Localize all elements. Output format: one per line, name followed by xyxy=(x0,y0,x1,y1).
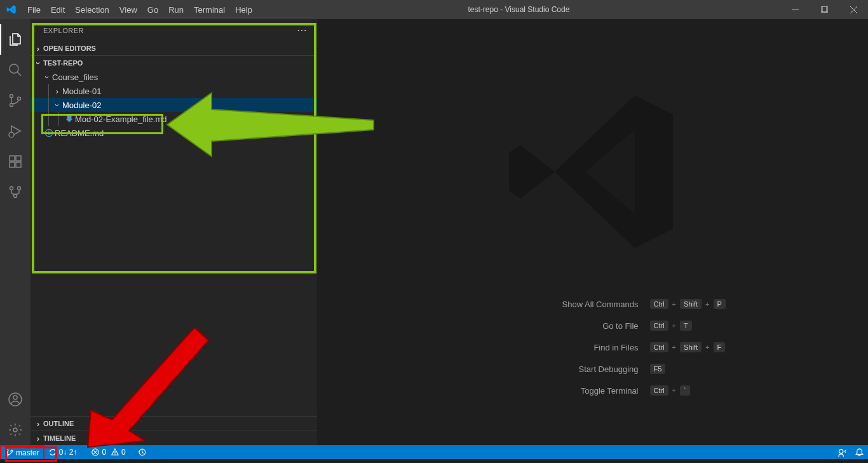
chevron-down-icon: › xyxy=(34,58,43,68)
keybinding: Ctrl+T xyxy=(650,321,777,331)
svg-point-23 xyxy=(11,450,13,452)
svg-point-4 xyxy=(10,95,13,98)
welcome-action-show-commands: Show All Commands Ctrl+Shift+P xyxy=(409,299,777,309)
repo-section[interactable]: › TEST-REPO xyxy=(31,56,317,70)
tree-label: Course_files xyxy=(52,73,98,82)
explorer-more-icon[interactable]: ⋯ xyxy=(297,25,308,36)
branch-name: master xyxy=(16,448,39,457)
activity-bar xyxy=(0,19,31,445)
sync-counts: 0↓ 2↑ xyxy=(59,448,78,457)
window-controls xyxy=(780,0,868,19)
tree-folder-module-01[interactable]: › Module-01 xyxy=(31,84,317,98)
history-status[interactable] xyxy=(133,445,150,459)
maximize-button[interactable] xyxy=(810,0,839,19)
repo-label: TEST-REPO xyxy=(43,59,83,67)
chevron-right-icon: › xyxy=(52,86,62,96)
git-graph-icon[interactable] xyxy=(0,177,31,207)
welcome-action-go-to-file: Go to File Ctrl+T xyxy=(409,321,777,331)
menu-edit[interactable]: Edit xyxy=(46,0,70,19)
markdown-file-icon xyxy=(64,114,75,123)
close-button[interactable] xyxy=(839,0,868,19)
explorer-icon[interactable] xyxy=(0,24,31,55)
run-debug-icon[interactable] xyxy=(0,116,31,146)
svg-point-3 xyxy=(10,64,18,73)
open-editors-label: OPEN EDITORS xyxy=(43,45,96,52)
action-label: Toggle Terminal xyxy=(409,386,650,396)
svg-point-12 xyxy=(10,187,13,190)
window-title: test-repo - Visual Studio Code xyxy=(468,5,570,14)
keybinding: Ctrl+` xyxy=(650,385,777,396)
outline-section[interactable]: › OUTLINE xyxy=(31,417,317,431)
settings-gear-icon[interactable] xyxy=(0,415,31,445)
editor-area: Show All Commands Ctrl+Shift+P Go to Fil… xyxy=(317,19,868,445)
svg-point-13 xyxy=(18,187,21,190)
sync-status[interactable]: 0↓ 2↑ xyxy=(44,445,81,459)
menu-file[interactable]: File xyxy=(22,0,46,19)
explorer-title: EXPLORER xyxy=(43,27,84,34)
title-bar: File Edit Selection View Go Run Terminal… xyxy=(0,0,868,19)
welcome-action-find-in-files: Find in Files Ctrl+Shift+F xyxy=(409,342,777,352)
action-label: Start Debugging xyxy=(409,364,650,374)
svg-point-22 xyxy=(6,454,8,456)
welcome-action-toggle-terminal: Toggle Terminal Ctrl+` xyxy=(409,385,777,396)
svg-point-28 xyxy=(839,449,843,453)
explorer-header: EXPLORER ⋯ xyxy=(31,19,317,41)
tree-file-example[interactable]: Mod-02-Example_file.md xyxy=(31,112,317,126)
feedback-icon[interactable] xyxy=(834,445,851,459)
svg-rect-19 xyxy=(48,132,49,135)
menu-terminal[interactable]: Terminal xyxy=(189,0,230,19)
svg-point-5 xyxy=(10,104,13,107)
svg-rect-25 xyxy=(114,451,115,453)
welcome-actions: Show All Commands Ctrl+Shift+P Go to Fil… xyxy=(317,299,868,396)
menu-help[interactable]: Help xyxy=(230,0,257,19)
welcome-action-start-debugging: Start Debugging F5 xyxy=(409,364,777,374)
tree-folder-module-02[interactable]: › Module-02 xyxy=(31,98,317,112)
svg-rect-10 xyxy=(16,162,21,167)
minimize-button[interactable] xyxy=(780,0,810,19)
tree-file-readme[interactable]: README.md xyxy=(31,126,317,140)
svg-rect-20 xyxy=(48,131,49,132)
timeline-label: TIMELINE xyxy=(43,434,76,442)
action-label: Find in Files xyxy=(409,343,650,352)
timeline-section[interactable]: › TIMELINE xyxy=(31,431,317,445)
keybinding: F5 xyxy=(650,364,777,374)
tree-label: Mod-02-Example_file.md xyxy=(75,114,167,124)
status-bar: master 0↓ 2↑ 0 0 xyxy=(0,445,868,459)
chevron-down-icon: › xyxy=(53,100,62,110)
git-branch-indicator[interactable]: master xyxy=(0,445,44,459)
vscode-watermark-icon xyxy=(498,76,688,267)
tree-label: README.md xyxy=(55,128,104,138)
svg-rect-11 xyxy=(16,156,21,161)
svg-rect-2 xyxy=(822,6,828,12)
tree-folder-course-files[interactable]: › Course_files xyxy=(31,70,317,84)
svg-rect-8 xyxy=(10,156,15,161)
search-icon[interactable] xyxy=(0,55,31,85)
chevron-right-icon: › xyxy=(33,419,43,429)
svg-rect-0 xyxy=(792,10,799,10)
account-icon[interactable] xyxy=(0,384,31,415)
keybinding: Ctrl+Shift+P xyxy=(650,299,777,309)
source-control-icon[interactable] xyxy=(0,85,31,116)
chevron-right-icon: › xyxy=(33,434,43,443)
svg-point-17 xyxy=(13,428,17,432)
extensions-icon[interactable] xyxy=(0,146,31,177)
file-tree: › Course_files › Module-01 › Module-02 M… xyxy=(31,70,317,140)
menu-go[interactable]: Go xyxy=(142,0,163,19)
svg-point-16 xyxy=(13,396,17,399)
chevron-down-icon: › xyxy=(43,72,52,82)
notifications-icon[interactable] xyxy=(851,445,868,459)
menu-selection[interactable]: Selection xyxy=(70,0,114,19)
open-editors-section[interactable]: › OPEN EDITORS xyxy=(31,41,317,55)
problems-status[interactable]: 0 0 xyxy=(87,445,129,459)
explorer-sidebar: EXPLORER ⋯ › OPEN EDITORS › TEST-REPO › … xyxy=(31,19,317,445)
outline-label: OUTLINE xyxy=(43,420,74,427)
main-menu: File Edit Selection View Go Run Terminal… xyxy=(22,0,257,19)
keybinding: Ctrl+Shift+F xyxy=(650,342,777,352)
action-label: Show All Commands xyxy=(409,300,650,309)
svg-rect-1 xyxy=(821,6,827,12)
warning-count: 0 xyxy=(121,448,126,457)
menu-run[interactable]: Run xyxy=(163,0,189,19)
vscode-logo-icon xyxy=(0,4,22,15)
tree-label: Module-02 xyxy=(62,100,101,110)
menu-view[interactable]: View xyxy=(114,0,142,19)
